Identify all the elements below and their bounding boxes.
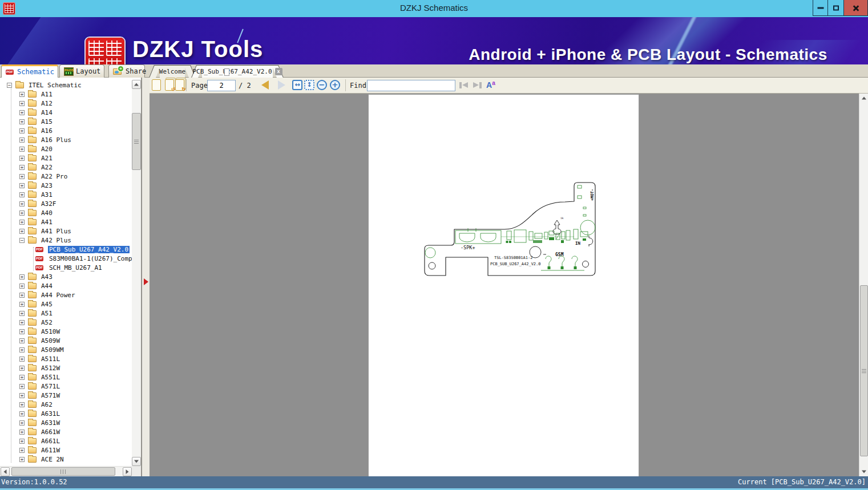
tab-layout[interactable]: PADS Layout (59, 64, 104, 78)
close-button[interactable] (843, 0, 868, 16)
tree-item[interactable]: +A551L (0, 372, 132, 382)
expand-expander-icon[interactable]: + (19, 92, 25, 97)
expand-expander-icon[interactable]: + (19, 329, 25, 334)
expand-expander-icon[interactable]: + (19, 393, 25, 398)
rotate-right-page-icon[interactable]: ↻ (175, 79, 184, 91)
tree-item[interactable]: +A11 (0, 90, 132, 99)
zoom-in-icon[interactable]: + (330, 80, 340, 90)
expand-expander-icon[interactable]: + (19, 201, 25, 206)
expand-expander-icon[interactable]: + (19, 110, 25, 115)
expand-expander-icon[interactable]: + (19, 366, 25, 371)
expand-expander-icon[interactable]: + (19, 448, 25, 453)
find-input[interactable] (367, 80, 455, 91)
expand-expander-icon[interactable]: + (19, 420, 25, 426)
expand-expander-icon[interactable]: + (19, 174, 25, 179)
tree-item[interactable]: +A45 (0, 299, 132, 309)
tree-item[interactable]: +A512W (0, 363, 132, 372)
scroll-left-icon[interactable] (1, 467, 10, 476)
scroll-up-icon[interactable] (132, 80, 141, 89)
expand-expander-icon[interactable]: + (19, 156, 25, 161)
expand-expander-icon[interactable]: + (19, 101, 25, 106)
tree-item[interactable]: +A40 (0, 208, 132, 217)
tree-item[interactable]: +A16 (0, 126, 132, 135)
expand-expander-icon[interactable]: + (19, 311, 25, 316)
find-previous-icon[interactable] (459, 82, 469, 89)
expand-expander-icon[interactable]: + (19, 357, 25, 362)
expand-expander-icon[interactable]: + (19, 293, 25, 298)
panel-splitter[interactable] (142, 78, 150, 476)
tree-item[interactable]: −ITEL Schematic (0, 80, 132, 90)
tree-item[interactable]: −A42 Plus (0, 236, 132, 245)
tree-item[interactable]: +A661W (0, 427, 132, 436)
document-viewer[interactable]: -SPK+ TSL-S83S0B01A1-2 PCB_SUB_U267_A42_… (150, 94, 868, 476)
doc-tab-close-icon[interactable]: x (275, 68, 282, 75)
expand-expander-icon[interactable]: + (19, 229, 25, 234)
expand-expander-icon[interactable]: + (19, 338, 25, 343)
tab-schematic[interactable]: PDF Schematic (1, 64, 58, 78)
scroll-right-icon[interactable] (123, 467, 132, 476)
tree-item[interactable]: +A44 (0, 281, 132, 290)
expand-expander-icon[interactable]: + (19, 220, 25, 225)
fit-page-icon[interactable]: ↕ (304, 80, 314, 90)
expand-expander-icon[interactable]: + (19, 347, 25, 353)
tree-item[interactable]: +A571W (0, 391, 132, 400)
expand-expander-icon[interactable]: + (19, 411, 25, 416)
tree-item[interactable]: +A44 Power (0, 290, 132, 299)
single-page-icon[interactable] (152, 79, 161, 91)
expand-expander-icon[interactable]: + (19, 183, 25, 188)
scrollbar-thumb[interactable] (11, 467, 115, 476)
scroll-down-icon[interactable] (859, 467, 868, 476)
expand-expander-icon[interactable]: + (19, 284, 25, 289)
tree-item[interactable]: +A509WM (0, 345, 132, 354)
minimize-button[interactable] (813, 0, 828, 16)
tree-item[interactable]: +ACE 2N (0, 455, 132, 464)
document-vertical-scrollbar[interactable] (859, 94, 868, 476)
tree-item[interactable]: +A52 (0, 318, 132, 327)
tree-item[interactable]: PDFS83M00BA1-1(U267)_Compone (0, 254, 132, 263)
tree-item[interactable]: +A20 (0, 144, 132, 153)
tree-item[interactable]: +A62 (0, 400, 132, 409)
expand-expander-icon[interactable]: + (19, 384, 25, 389)
next-page-icon[interactable] (278, 80, 285, 90)
expand-expander-icon[interactable]: + (19, 320, 25, 325)
expand-expander-icon[interactable]: + (19, 128, 25, 133)
tree-item[interactable]: +A51 (0, 309, 132, 318)
tree-item[interactable]: +A31 (0, 190, 132, 199)
expand-expander-icon[interactable]: + (19, 119, 25, 124)
tree-item[interactable]: +A571L (0, 382, 132, 391)
zoom-out-icon[interactable]: − (317, 80, 327, 90)
expand-expander-icon[interactable]: + (19, 302, 25, 307)
tree-item[interactable]: +A15 (0, 117, 132, 126)
rotate-left-page-icon[interactable]: ↺ (165, 79, 174, 91)
tree-item[interactable]: +A22 (0, 163, 132, 172)
page-number-input[interactable] (207, 80, 236, 91)
collapse-expander-icon[interactable]: − (19, 238, 25, 243)
tree-item[interactable]: +A43 (0, 272, 132, 281)
tree-horizontal-scrollbar[interactable] (0, 466, 132, 476)
expand-expander-icon[interactable]: + (19, 430, 25, 435)
find-next-icon[interactable] (473, 82, 482, 89)
expand-expander-icon[interactable]: + (19, 137, 25, 143)
tree-item[interactable]: +A611W (0, 446, 132, 455)
tree-item[interactable]: +A41 (0, 217, 132, 226)
tree-item[interactable]: +A661L (0, 436, 132, 446)
scrollbar-thumb[interactable] (860, 285, 868, 456)
match-case-icon[interactable]: Aa (486, 80, 498, 91)
tree-item[interactable]: +A631W (0, 418, 132, 427)
tree-item[interactable]: +A22 Pro (0, 172, 132, 181)
expand-expander-icon[interactable]: + (19, 457, 25, 462)
expand-expander-icon[interactable]: + (19, 192, 25, 197)
tree-item[interactable]: +A41 Plus (0, 226, 132, 236)
scrollbar-thumb[interactable] (132, 113, 141, 170)
maximize-button[interactable] (827, 0, 844, 16)
tree-item[interactable]: +A509W (0, 336, 132, 345)
collapse-expander-icon[interactable]: − (7, 83, 12, 88)
tree-vertical-scrollbar[interactable] (132, 80, 141, 466)
doc-tab-welcome[interactable]: Welcome (152, 65, 193, 78)
expand-expander-icon[interactable]: + (19, 147, 25, 152)
expand-expander-icon[interactable]: + (19, 165, 25, 170)
splitter-collapse-icon[interactable] (144, 278, 148, 285)
expand-expander-icon[interactable]: + (19, 210, 25, 216)
scroll-up-icon[interactable] (859, 94, 868, 103)
tree-item[interactable]: +A32F (0, 199, 132, 208)
